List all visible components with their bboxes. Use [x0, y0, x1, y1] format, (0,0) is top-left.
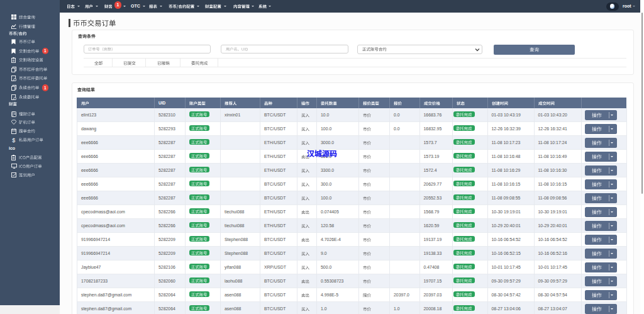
svg-text:$: $: [12, 137, 15, 143]
